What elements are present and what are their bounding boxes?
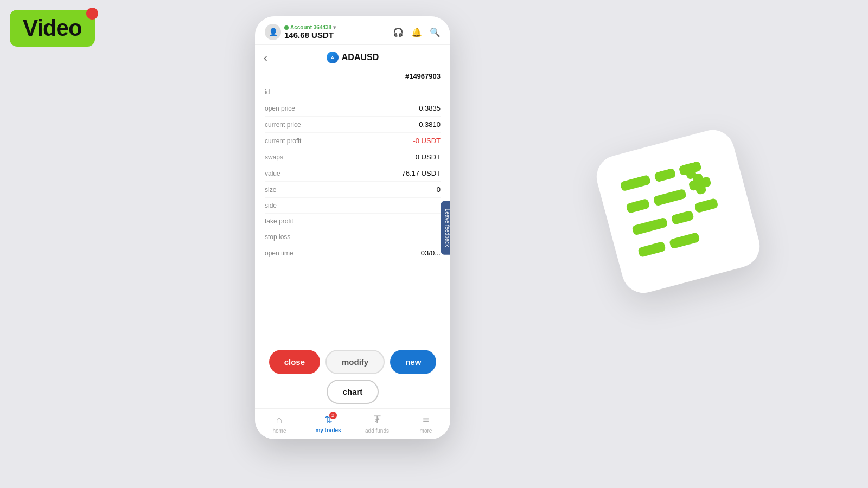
svg-rect-1 <box>654 168 676 182</box>
trades-badge-dot: 2 <box>329 412 337 419</box>
row-open-time: open time 03/0... <box>265 245 441 261</box>
row-swaps: swaps 0 USDT <box>265 149 441 165</box>
feedback-tab[interactable]: Leave feedback <box>441 201 450 255</box>
trade-page: ‹ A ADAUSD #14967903 id open price 0.383… <box>255 45 450 439</box>
row-open-price: open price 0.3835 <box>265 100 441 117</box>
more-icon: ≡ <box>423 414 429 426</box>
modify-button[interactable]: modify <box>326 350 385 374</box>
header-icons: 🎧 🔔 🔍 <box>393 27 441 37</box>
svg-rect-9 <box>671 210 694 225</box>
nav-my-trades[interactable]: ⇅ 2 my trades <box>312 414 344 433</box>
svg-rect-8 <box>631 217 668 235</box>
svg-rect-10 <box>694 198 718 213</box>
nav-home[interactable]: ⌂ home <box>263 414 296 434</box>
row-value: value 76.17 USDT <box>265 165 441 182</box>
recording-dot <box>86 8 98 20</box>
pair-title: A ADAUSD <box>327 52 379 63</box>
row-side: side <box>265 198 441 214</box>
row-size: size 0 <box>265 182 441 198</box>
phone-header: 👤 Account 364438 ▾ 146.68 USDT 🎧 🔔 🔍 <box>255 16 450 45</box>
row-take-profit: take profit <box>265 214 441 229</box>
video-badge: Video <box>10 10 95 47</box>
account-number: Account 364438 ▾ <box>284 24 336 30</box>
svg-rect-12 <box>669 232 700 249</box>
action-area: close modify new chart <box>255 342 450 408</box>
svg-rect-5 <box>653 189 687 207</box>
account-info: Account 364438 ▾ 146.68 USDT <box>284 24 336 40</box>
back-button[interactable]: ‹ <box>264 52 267 64</box>
add-funds-icon: ₮ <box>374 413 381 426</box>
svg-rect-4 <box>626 198 650 214</box>
nav-add-funds[interactable]: ₮ add funds <box>361 413 393 434</box>
svg-rect-11 <box>637 241 666 258</box>
header-left: 👤 Account 364438 ▾ 146.68 USDT <box>265 24 336 40</box>
svg-rect-0 <box>620 175 651 192</box>
home-icon: ⌂ <box>276 414 283 426</box>
logo-svg <box>620 157 736 266</box>
headset-icon[interactable]: 🎧 <box>393 27 404 37</box>
row-current-price: current price 0.3810 <box>265 117 441 133</box>
chart-button[interactable]: chart <box>327 380 379 404</box>
nav-funds-label: add funds <box>365 428 389 434</box>
bottom-nav: ⌂ home ⇅ 2 my trades ₮ add funds ≡ more <box>255 408 450 439</box>
nav-home-label: home <box>272 428 286 434</box>
row-stop-loss: stop loss <box>265 229 441 245</box>
nav-trades-label: my trades <box>315 427 341 433</box>
row-id: id <box>265 85 441 100</box>
nav-more-label: more <box>420 428 432 434</box>
new-button[interactable]: new <box>390 350 436 374</box>
video-label: Video <box>23 15 82 41</box>
bell-icon[interactable]: 🔔 <box>411 27 422 37</box>
phone-frame: 👤 Account 364438 ▾ 146.68 USDT 🎧 🔔 🔍 ‹ A… <box>255 16 450 439</box>
trade-header: ‹ A ADAUSD <box>255 45 450 70</box>
avatar: 👤 <box>265 24 281 40</box>
account-balance: 146.68 USDT <box>284 30 336 40</box>
pair-icon: A <box>327 52 339 63</box>
logo-card <box>592 125 764 298</box>
nav-more[interactable]: ≡ more <box>410 414 442 434</box>
trade-data: #14967903 id open price 0.3835 current p… <box>255 70 450 342</box>
row-current-profit: current profit -0 USDT <box>265 133 441 149</box>
my-trades-badge-container: ⇅ 2 <box>324 414 333 426</box>
close-button[interactable]: close <box>269 350 320 374</box>
trade-id: #14967903 <box>265 70 441 85</box>
search-icon[interactable]: 🔍 <box>430 27 441 37</box>
